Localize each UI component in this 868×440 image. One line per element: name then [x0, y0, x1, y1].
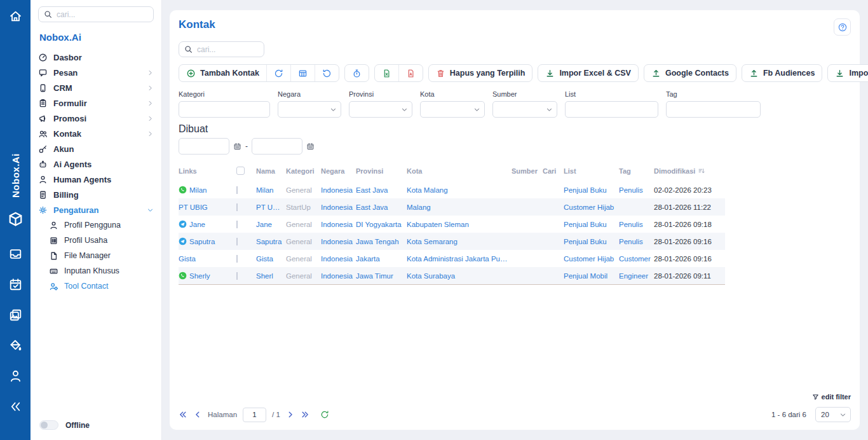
sidebar-item-kontak[interactable]: Kontak — [38, 126, 154, 141]
cell-tag: Penulis — [619, 238, 654, 245]
collapse-sidebar-icon[interactable] — [8, 399, 23, 414]
sumber-select[interactable] — [492, 101, 557, 118]
results-range: 1 - 6 dari 6 — [771, 411, 806, 418]
sidebar-item-pesan[interactable]: Pesan — [38, 65, 154, 80]
column-header-tag: Tag — [619, 167, 654, 175]
sidebar-item-human-agents[interactable]: Human Agents — [38, 172, 154, 187]
link-cell[interactable]: Jane — [179, 220, 236, 228]
kota-select[interactable] — [420, 101, 485, 118]
barcode-icon — [49, 236, 58, 245]
page-size-select[interactable]: 20 — [815, 407, 851, 422]
kontak-card: Kontak Tambah Kontak — [170, 10, 860, 430]
first-page-button[interactable] — [179, 410, 187, 419]
link-cell[interactable]: PT UBIG — [179, 203, 236, 211]
sidebar-item-formulir[interactable]: Formulir — [38, 95, 154, 111]
link-cell[interactable]: Sherly — [179, 272, 236, 280]
filter-label-kota: Kota — [420, 90, 485, 98]
sidebar-item-dasbor[interactable]: Dasbor — [38, 50, 154, 65]
sidebar-item-akun[interactable]: Akun — [38, 141, 154, 156]
offline-toggle[interactable] — [39, 420, 58, 430]
reload-table-button[interactable] — [320, 410, 329, 419]
chevron-right-icon — [147, 130, 154, 137]
negara-select[interactable] — [278, 101, 341, 118]
sidebar-item-tool-contact[interactable]: Tool Contact — [38, 278, 154, 294]
table-search[interactable] — [179, 41, 264, 57]
table-row[interactable]: SherlySherlGeneralIndonesiaJawa TimurKot… — [179, 267, 725, 284]
row-checkbox[interactable] — [236, 186, 238, 194]
page-total: / 1 — [272, 411, 280, 418]
delete-selected-button[interactable]: Hapus yang Terpilih — [429, 65, 532, 81]
list-input[interactable] — [565, 101, 658, 118]
trash-icon — [436, 69, 445, 78]
history-button[interactable] — [345, 65, 369, 81]
prev-page-button[interactable] — [193, 410, 202, 419]
table-row[interactable]: GistaGistaGeneralIndonesiaJakartaKota Ad… — [179, 250, 725, 267]
edit-filter-button[interactable]: edit filter — [179, 393, 851, 401]
last-page-button[interactable] — [301, 410, 309, 419]
calendar-check-icon[interactable] — [8, 277, 23, 292]
cell-kategori: General — [286, 255, 321, 263]
image-gallery-icon[interactable] — [8, 308, 23, 322]
link-cell[interactable]: Saputra — [179, 237, 236, 245]
sort-descending-icon[interactable] — [698, 167, 705, 175]
sidebar-item-ai-agents[interactable]: Ai Agents — [38, 156, 154, 172]
table-view-button[interactable] — [290, 65, 315, 81]
reset-button[interactable] — [315, 65, 339, 81]
add-contact-button[interactable]: Tambah Kontak — [179, 65, 266, 81]
import-wa-button[interactable]: Import WA — [828, 65, 868, 81]
google-contacts-button[interactable]: Google Contacts — [644, 65, 736, 81]
tag-input[interactable] — [666, 101, 761, 118]
table-row[interactable]: JaneJaneGeneralIndonesiaDI YogyakartaKab… — [179, 216, 725, 233]
paint-bucket-icon[interactable] — [8, 338, 23, 353]
import-excel-csv-button[interactable]: Impor Excel & CSV — [538, 65, 638, 81]
row-checkbox[interactable] — [236, 238, 238, 245]
home-icon[interactable] — [8, 9, 23, 24]
cell-tag: Customer — [619, 255, 654, 263]
page-number-input[interactable] — [243, 408, 266, 422]
sidebar-item-file-manager[interactable]: File Manager — [38, 248, 154, 263]
date-to-input[interactable] — [252, 138, 302, 155]
table-row[interactable]: PT UBIGPT UBIGStartUpIndonesiaEast JavaM… — [179, 198, 725, 216]
next-page-button[interactable] — [286, 410, 295, 419]
sidebar-item-profil-usaha[interactable]: Profil Usaha — [38, 233, 154, 248]
kategori-input[interactable] — [179, 101, 270, 118]
help-button[interactable] — [834, 18, 851, 36]
sidebar-item-inputan-khusus[interactable]: Inputan Khusus — [38, 263, 154, 278]
sidebar-item-profil-pengguna[interactable]: Profil Pengguna — [38, 217, 154, 233]
table-row[interactable]: MilanMilanGeneralIndonesiaEast JavaKota … — [179, 181, 725, 198]
calendar-icon[interactable] — [233, 142, 241, 151]
halaman-label: Halaman — [208, 411, 237, 418]
row-checkbox[interactable] — [236, 272, 238, 280]
sidebar-item-pengaturan[interactable]: Pengaturan — [38, 202, 154, 217]
export-excel-button[interactable] — [375, 65, 398, 81]
sidebar-item-billing[interactable]: Billing — [38, 187, 154, 202]
cell-negara: Indonesia — [321, 221, 356, 228]
users-icon — [38, 129, 48, 139]
cell-provinsi: East Java — [356, 203, 407, 211]
select-all-checkbox[interactable] — [236, 167, 245, 175]
row-checkbox[interactable] — [236, 221, 238, 228]
table-row[interactable]: SaputraSaputraGeneralIndonesiaJawa Tenga… — [179, 233, 725, 250]
date-from-input[interactable] — [179, 138, 229, 155]
provinsi-select[interactable] — [349, 101, 412, 118]
calendar-icon[interactable] — [306, 142, 315, 151]
sidebar-search[interactable] — [38, 6, 154, 22]
fb-audiences-button[interactable]: Fb Audiences — [742, 65, 822, 81]
row-checkbox[interactable] — [236, 203, 238, 211]
link-cell[interactable]: Gista — [179, 255, 236, 263]
person-icon — [38, 175, 48, 184]
file-icon — [49, 251, 58, 261]
row-checkbox[interactable] — [236, 255, 238, 263]
refresh-button[interactable] — [266, 65, 290, 81]
link-cell[interactable]: Milan — [179, 186, 236, 194]
person-icon[interactable] — [8, 369, 23, 383]
sidebar-item-crm[interactable]: CRM — [38, 80, 154, 95]
sidebar-item-promosi[interactable]: Promosi — [38, 111, 154, 126]
gear-icon — [38, 205, 48, 215]
offline-label: Offline — [65, 421, 90, 430]
table-search-input[interactable] — [197, 45, 259, 54]
sidebar-search-input[interactable] — [57, 10, 148, 19]
export-pdf-button[interactable] — [398, 65, 423, 81]
cell-negara: Indonesia — [321, 238, 356, 245]
inbox-tray-icon[interactable] — [8, 247, 23, 261]
